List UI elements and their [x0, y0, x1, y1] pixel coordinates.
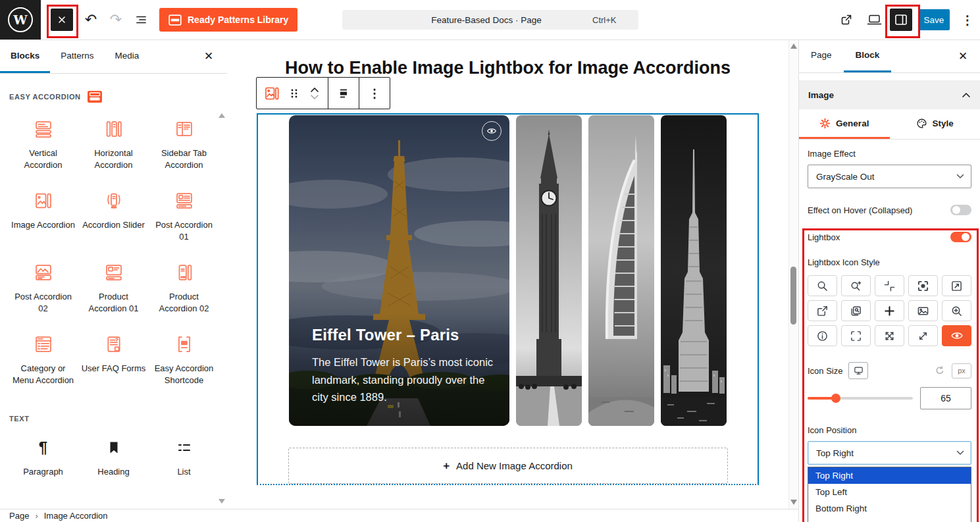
- scroll-down-arrow[interactable]: [790, 500, 797, 505]
- close-editor-button[interactable]: [51, 9, 73, 31]
- patterns-library-icon: [168, 14, 182, 26]
- drag-handle[interactable]: [283, 79, 305, 108]
- lightbox-icon-search[interactable]: [808, 275, 837, 296]
- redo-button[interactable]: ↷: [105, 9, 126, 30]
- lightbox-icon-external-link[interactable]: [808, 300, 837, 321]
- lightbox-icon-plus[interactable]: [875, 300, 904, 321]
- settings-tab-block[interactable]: Block: [844, 39, 892, 72]
- sidebar-scroll-up-arrow[interactable]: [219, 113, 225, 118]
- unit-button[interactable]: px: [952, 363, 971, 378]
- icon-size-row: Icon Size px: [808, 362, 971, 379]
- sidebar-scroll-down-arrow[interactable]: [219, 499, 225, 504]
- lightbox-icon-resize-diagonal[interactable]: [908, 325, 938, 346]
- close-settings-button[interactable]: ✕: [951, 39, 975, 72]
- block-user-faq-forms[interactable]: User FAQ Forms: [80, 331, 147, 386]
- breadcrumb: Page›Image Accordion: [0, 509, 798, 522]
- block-horizontal-accordion[interactable]: Horizontal Accordion: [80, 116, 147, 170]
- easy-accordion-shortcode-icon: [174, 331, 194, 357]
- position-option-top-left[interactable]: Top Left: [808, 484, 971, 500]
- tab-general[interactable]: General: [799, 109, 890, 139]
- align-button[interactable]: [332, 79, 355, 108]
- lightbox-preview-button[interactable]: [482, 121, 502, 141]
- block-product-accordion-01[interactable]: Product Accordion 01: [80, 259, 147, 314]
- external-link-icon: [840, 13, 853, 26]
- lightbox-icon-compress[interactable]: [875, 275, 904, 296]
- view-post-button[interactable]: [837, 11, 856, 29]
- position-option-bottom-right[interactable]: Bottom Right: [808, 500, 971, 517]
- block-post-accordion-01[interactable]: Post Accordion 01: [150, 188, 218, 242]
- lightbox-icon-zoom-in-circle[interactable]: [942, 300, 971, 321]
- close-inserter-button[interactable]: ✕: [197, 39, 220, 73]
- breadcrumb-item-page[interactable]: Page: [9, 511, 29, 521]
- options-menu-button[interactable]: ⋮: [958, 9, 977, 30]
- preview-button[interactable]: [865, 11, 883, 29]
- responsive-device-button[interactable]: [848, 362, 868, 379]
- block-list[interactable]: List: [150, 434, 218, 478]
- save-button[interactable]: Save: [918, 9, 950, 30]
- tab-style[interactable]: Style: [890, 109, 980, 139]
- effect-on-hover-toggle[interactable]: [950, 205, 971, 215]
- list-icon: [176, 434, 193, 461]
- scroll-up-arrow[interactable]: [790, 43, 797, 49]
- lightbox-icon-eye[interactable]: [942, 325, 971, 346]
- reset-icon[interactable]: [935, 365, 945, 376]
- icon-position-select[interactable]: Top Right: [808, 441, 971, 465]
- inserter-tab-patterns[interactable]: Patterns: [50, 39, 104, 73]
- block-image-accordion[interactable]: Image Accordion: [9, 188, 77, 242]
- lightbox-icon-expand-image[interactable]: [942, 275, 971, 296]
- accordion-panel-big-ben[interactable]: [516, 115, 582, 426]
- inserter-tab-blocks[interactable]: Blocks: [0, 39, 50, 73]
- block-category-or-menu-accordion[interactable]: Category or Menu Accordion: [9, 331, 77, 386]
- lightbox-icon-image-search[interactable]: [841, 300, 871, 321]
- block-options-button[interactable]: ⋮: [363, 79, 386, 108]
- list-view-button[interactable]: [130, 9, 151, 30]
- block-easy-accordion-shortcode[interactable]: Easy Accordion Shortcode: [150, 331, 218, 386]
- lightbox-icon-search-plus[interactable]: [841, 275, 871, 296]
- kebab-icon: ⋮: [369, 86, 380, 101]
- block-type-button[interactable]: [261, 79, 283, 108]
- block-label: Sidebar Tab Accordion: [150, 147, 218, 170]
- position-option-bottom-left[interactable]: Bottom Left: [808, 517, 971, 522]
- accordion-panel-eiffel-tower[interactable]: Eiffel Tower – Paris The Eiffel Tower is…: [289, 115, 509, 426]
- position-option-top-right[interactable]: Top Right: [808, 467, 971, 484]
- undo-button[interactable]: ↶: [80, 9, 101, 30]
- image-effect-select[interactable]: GrayScale Out: [808, 165, 971, 188]
- scrollbar-thumb[interactable]: [790, 267, 796, 325]
- block-label: Category or Menu Accordion: [9, 363, 77, 386]
- lightbox-icon-image[interactable]: [908, 300, 938, 321]
- settings-sidebar-toggle[interactable]: [890, 9, 912, 31]
- lightbox-icon-corners[interactable]: [841, 325, 871, 346]
- lightbox-icon-focus-dot[interactable]: [908, 275, 938, 296]
- image-panel-header[interactable]: Image: [799, 80, 980, 109]
- icon-size-input[interactable]: 65: [920, 387, 971, 409]
- block-heading[interactable]: Heading: [80, 434, 147, 478]
- page-title[interactable]: How to Enable Image Lightbox for Image A…: [227, 58, 788, 78]
- block-product-accordion-02[interactable]: Product Accordion 02: [150, 259, 218, 314]
- search-icon: [816, 280, 829, 292]
- block-sidebar-tab-accordion[interactable]: Sidebar Tab Accordion: [150, 116, 218, 170]
- icon-size-slider[interactable]: [808, 387, 913, 409]
- settings-tab-page[interactable]: Page: [799, 39, 844, 72]
- selected-image-accordion-block[interactable]: Eiffel Tower – Paris The Eiffel Tower is…: [257, 113, 759, 485]
- document-title-button[interactable]: Feature-Based Docs · Page Ctrl+K: [342, 10, 638, 30]
- block-vertical-accordion[interactable]: Vertical Accordion: [9, 116, 77, 170]
- move-down-button[interactable]: [310, 94, 319, 100]
- lightbox-icon-info-circle[interactable]: [808, 325, 837, 346]
- wordpress-logo[interactable]: W: [0, 0, 41, 39]
- image-accordion: Eiffel Tower – Paris The Eiffel Tower is…: [258, 115, 758, 426]
- move-up-button[interactable]: [310, 87, 319, 93]
- block-paragraph[interactable]: ¶Paragraph: [9, 434, 77, 478]
- lightbox-icon-arrows-expand[interactable]: [875, 325, 904, 346]
- lightbox-toggle[interactable]: [950, 232, 971, 242]
- inserter-tab-media[interactable]: Media: [105, 39, 150, 73]
- block-post-accordion-02[interactable]: Post Accordion 02: [9, 259, 77, 314]
- accordion-panel-burj-khalifa[interactable]: [661, 115, 727, 426]
- ready-patterns-library-button[interactable]: Ready Patterns Library: [159, 8, 297, 32]
- slider-handle[interactable]: [831, 394, 840, 403]
- paragraph-icon: ¶: [39, 434, 47, 461]
- accordion-panel-burj-al-arab[interactable]: [588, 115, 654, 426]
- canvas-scrollbar[interactable]: [788, 39, 798, 509]
- block-accordion-slider[interactable]: Accordion Slider: [80, 188, 147, 242]
- add-new-image-accordion-button[interactable]: + Add New Image Accordion: [288, 448, 728, 484]
- breadcrumb-item-image-accordion[interactable]: Image Accordion: [44, 511, 108, 521]
